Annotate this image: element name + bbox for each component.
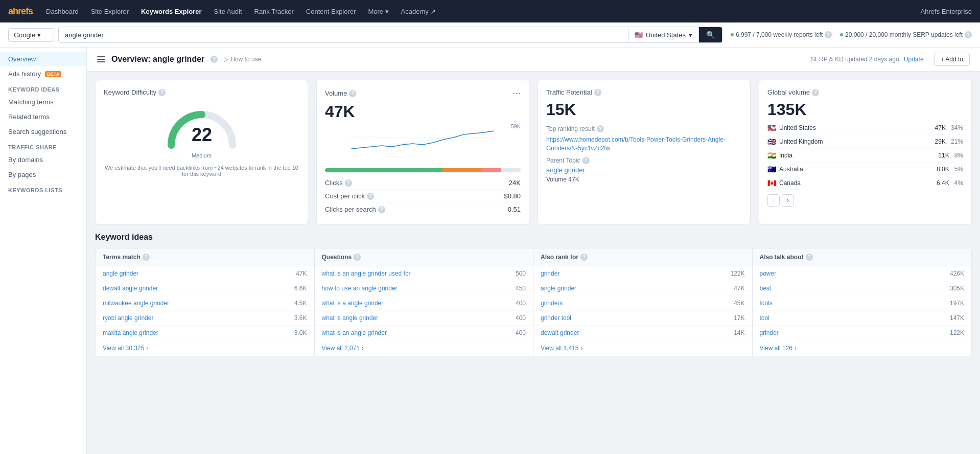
keyword-link[interactable]: what is an angle grinder [322, 329, 387, 336]
help-circle-icon[interactable]: ? [211, 56, 218, 63]
country-prev-arrow[interactable]: ‹ [767, 194, 780, 207]
keyword-link[interactable]: tool [760, 314, 769, 322]
content-header: Overview: angle grinder ? ▷ How to use S… [87, 48, 980, 72]
keyword-link[interactable]: dewalt grinder [541, 329, 579, 336]
search-icon: 🔍 [706, 31, 715, 39]
keyword-vol: 17K [734, 314, 744, 322]
view-all-link[interactable]: View all 126 [760, 345, 793, 352]
view-all-link[interactable]: View all 30,325 [103, 345, 144, 352]
search-input[interactable] [59, 28, 628, 42]
volume-help-icon[interactable]: ? [349, 90, 356, 97]
country-volume: 8.0K [937, 166, 949, 173]
update-link[interactable]: Update [904, 56, 924, 63]
keyword-link[interactable]: dewalt angle grinder [103, 285, 158, 292]
nav-more[interactable]: More ▾ [363, 6, 393, 17]
country-percent: 4% [954, 179, 963, 187]
keyword-link[interactable]: power [760, 270, 777, 277]
pt-help-icon[interactable]: ? [582, 157, 590, 164]
add-to-button[interactable]: + Add to [934, 53, 970, 66]
country-percent: 5% [954, 166, 963, 173]
keyword-link[interactable]: tools [760, 300, 773, 307]
volume-menu-icon[interactable]: ⋯ [512, 88, 521, 98]
weekly-help-icon[interactable]: ? [825, 31, 832, 38]
page-title: Overview: angle grinder [111, 55, 204, 64]
search-bar: Google ▾ 🇺🇸 United States ▾ 🔍 6,997 / 7,… [0, 22, 980, 48]
monthly-reports-badge: 20,000 / 20,000 monthly SERP updates lef… [840, 31, 972, 38]
view-all-link[interactable]: View all 1,415 [541, 345, 579, 352]
cpc-help-icon[interactable]: ? [367, 193, 374, 200]
ideas-row: tools197K [753, 296, 972, 311]
tp-help-icon[interactable]: ? [594, 89, 601, 96]
keyword-link[interactable]: grinder tool [541, 314, 571, 322]
keyword-link[interactable]: what is a angle grinder [322, 300, 384, 307]
nav-site-explorer[interactable]: Site Explorer [86, 6, 134, 17]
sidebar-item-by-pages[interactable]: By pages [0, 167, 86, 182]
nav-content-explorer[interactable]: Content Explorer [301, 6, 361, 17]
country-row: 🇺🇸 United States 47K 34% [767, 121, 963, 135]
view-all-link[interactable]: View all 2,071 [322, 345, 360, 352]
sidebar-item-search-suggestions[interactable]: Search suggestions [0, 124, 86, 139]
nav-rank-tracker[interactable]: Rank Tracker [249, 6, 299, 17]
nav-site-audit[interactable]: Site Audit [209, 6, 247, 17]
content-area: Overview: angle grinder ? ▷ How to use S… [87, 48, 980, 454]
sidebar-item-related-terms[interactable]: Related terms [0, 109, 86, 124]
ideas-help-icon[interactable]: ? [580, 254, 588, 261]
country-flag-icon: 🇦🇺 [767, 165, 776, 173]
view-all-row: View all 1,415› [533, 340, 752, 356]
ideas-col-header: Questions? [315, 248, 533, 266]
search-engine-select[interactable]: Google ▾ [8, 28, 54, 42]
by-domains-label: By domains [8, 156, 43, 164]
sidebar-item-by-domains[interactable]: By domains [0, 152, 86, 167]
parent-topic-value[interactable]: angle grinder [546, 166, 742, 174]
global-volume-card: Global volume ? 135K 🇺🇸 United States 47… [759, 80, 972, 224]
keyword-link[interactable]: what is an angle grinder used for [322, 270, 411, 277]
location-select[interactable]: 🇺🇸 United States ▾ [628, 28, 698, 42]
gv-help-icon[interactable]: ? [812, 89, 819, 96]
ideas-row: tool147K [753, 311, 972, 326]
keyword-vol: 3.0K [294, 329, 307, 336]
keyword-link[interactable]: grinders [541, 300, 563, 307]
cps-help-icon[interactable]: ? [378, 206, 385, 213]
clicks-help-icon[interactable]: ? [345, 179, 352, 187]
sidebar-item-ads-history[interactable]: Ads history BETA [0, 66, 86, 81]
keyword-link[interactable]: grinder [760, 329, 779, 336]
sidebar-section-traffic-share: Traffic share [0, 139, 86, 152]
clicks-distribution-bar [325, 168, 521, 172]
kd-help-icon[interactable]: ? [158, 89, 166, 96]
keyword-link[interactable]: angle grinder [541, 285, 576, 292]
top-ranking-url[interactable]: https://www.homedepot.com/b/Tools-Power-… [546, 135, 742, 153]
keyword-vol: 450 [516, 285, 526, 292]
related-terms-label: Related terms [8, 113, 50, 121]
country-next-arrow[interactable]: › [782, 194, 794, 207]
monthly-reports-label: 20,000 / 20,000 monthly SERP updates lef… [845, 31, 963, 38]
keyword-difficulty-card: Keyword Difficulty ? 22 Medium We [95, 80, 308, 224]
keyword-ideas-section: Keyword ideas Terms match?angle grinder4… [87, 233, 980, 365]
nav-keywords-explorer[interactable]: Keywords Explorer [136, 6, 207, 17]
volume-value: 47K [325, 102, 521, 121]
keyword-link[interactable]: grinder [541, 270, 559, 277]
sidebar-item-overview[interactable]: Overview [0, 52, 86, 66]
keyword-link[interactable]: milwaukee angle grinder [103, 300, 169, 307]
ideas-row: dewalt grinder14K [533, 326, 752, 340]
keyword-link[interactable]: angle grinder [103, 270, 138, 277]
search-button[interactable]: 🔍 [698, 27, 722, 42]
keyword-link[interactable]: what is angle grinder [322, 314, 379, 322]
monthly-help-icon[interactable]: ? [965, 31, 972, 38]
nav-academy[interactable]: Academy ↗ [396, 6, 441, 17]
ideas-help-icon[interactable]: ? [806, 254, 813, 261]
keyword-link[interactable]: best [760, 285, 772, 292]
sidebar-item-matching-terms[interactable]: Matching terms [0, 95, 86, 109]
ideas-grid: Terms match?angle grinder47Kdewalt angle… [95, 248, 972, 356]
chevron-right-icon: › [362, 345, 364, 352]
ideas-row: angle grinder47K [533, 281, 752, 296]
keyword-link[interactable]: makita angle grinder [103, 329, 158, 336]
ideas-help-icon[interactable]: ? [354, 254, 361, 261]
ideas-help-icon[interactable]: ? [143, 254, 150, 261]
hamburger-icon[interactable] [97, 56, 105, 62]
nav-dashboard[interactable]: Dashboard [41, 6, 84, 17]
how-to-use-link[interactable]: ▷ How to use [224, 56, 261, 63]
ideas-row: grinder tool17K [533, 311, 752, 326]
keyword-link[interactable]: ryobi angle grinder [103, 314, 153, 322]
keyword-link[interactable]: how to use an angle grinder [322, 285, 398, 292]
tr-help-icon[interactable]: ? [597, 125, 604, 132]
